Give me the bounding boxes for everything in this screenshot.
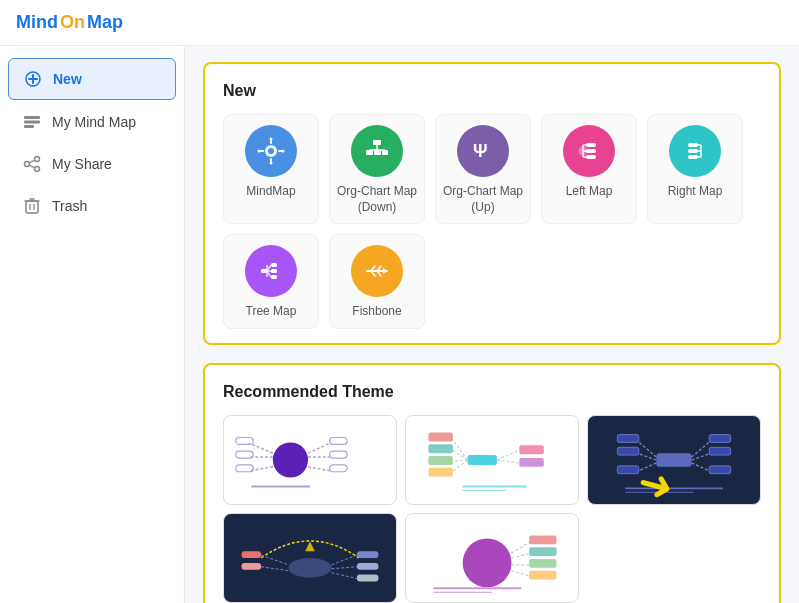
map-item-tree-map[interactable]: Tree Map [223,234,319,329]
svg-point-24 [270,162,273,165]
svg-marker-108 [305,541,315,551]
svg-rect-124 [529,547,556,556]
svg-rect-88 [519,445,543,454]
theme-item-1[interactable] [223,415,397,505]
svg-rect-26 [373,140,381,145]
svg-point-109 [288,558,331,578]
map-item-right-map[interactable]: Right Map [647,114,743,224]
svg-line-98 [637,463,657,472]
svg-rect-122 [529,535,556,544]
svg-point-7 [25,162,30,167]
svg-rect-4 [24,121,40,124]
theme-grid: ➜ [223,415,761,603]
map-item-mindmap[interactable]: MindMap [223,114,319,224]
org-chart-up-icon-circle: Ψ [457,125,509,177]
svg-rect-95 [617,434,639,442]
right-map-icon-circle [669,125,721,177]
svg-rect-105 [709,466,731,474]
fishbone-icon-circle [351,245,403,297]
svg-point-6 [35,157,40,162]
mindmap-label: MindMap [246,184,295,200]
svg-line-127 [512,570,532,576]
sidebar-item-trash-label: Trash [52,198,87,214]
svg-line-119 [332,572,357,578]
svg-rect-35 [586,143,596,147]
theme-section-title: Recommended Theme [223,383,761,401]
svg-rect-72 [330,437,348,444]
org-chart-up-label: Org-Chart Map (Up) [442,184,524,215]
sidebar-item-my-mind-map[interactable]: My Mind Map [8,102,176,142]
svg-rect-52 [271,269,277,273]
logo-on: On [60,12,85,33]
svg-rect-5 [24,125,34,128]
header: Mind On Map [0,0,799,46]
logo: Mind On Map [16,12,123,33]
sidebar-item-trash[interactable]: Trash [8,186,176,226]
theme-item-4[interactable] [223,513,397,603]
new-icon [23,69,43,89]
svg-line-81 [451,449,468,460]
svg-rect-128 [529,570,556,579]
org-chart-down-icon-circle [351,125,403,177]
svg-rect-111 [242,563,262,570]
svg-rect-70 [236,465,254,472]
new-section: New [203,62,781,345]
svg-rect-103 [709,447,731,455]
svg-rect-43 [688,143,698,147]
main-layout: New My Mind Map [0,46,799,603]
svg-rect-51 [271,263,277,267]
svg-line-83 [451,460,468,461]
svg-line-9 [29,160,35,163]
svg-line-96 [637,453,657,460]
new-section-title: New [223,82,761,100]
theme-item-5[interactable] [405,513,579,603]
svg-line-75 [308,467,330,471]
svg-line-79 [451,437,468,459]
svg-line-123 [512,553,532,558]
svg-line-102 [692,453,712,460]
svg-rect-74 [330,451,348,458]
trash-icon [22,196,42,216]
theme-item-2[interactable] [405,415,579,505]
mindmap-icon-circle [245,125,297,177]
map-item-org-chart-down[interactable]: Org-Chart Map(Down) [329,114,425,224]
svg-rect-66 [236,437,254,444]
right-map-label: Right Map [668,184,723,200]
sidebar-item-new-label: New [53,71,82,87]
svg-rect-86 [428,468,452,477]
theme-section: Recommended Theme [203,363,781,603]
svg-line-89 [497,460,519,463]
sidebar-item-my-share-label: My Share [52,156,112,172]
fishbone-label: Fishbone [352,304,401,320]
map-item-left-map[interactable]: Left Map [541,114,637,224]
svg-line-87 [497,450,519,460]
svg-rect-50 [261,269,267,273]
svg-point-8 [35,167,40,172]
logo-map: Map [87,12,123,33]
theme-item-3[interactable]: ➜ [587,415,761,505]
map-item-fishbone[interactable]: Fishbone [329,234,425,329]
svg-rect-37 [586,155,596,159]
svg-line-104 [692,463,712,472]
svg-line-71 [308,443,330,453]
svg-rect-93 [656,453,691,467]
svg-rect-101 [709,434,731,442]
svg-rect-112 [357,551,379,558]
svg-point-17 [268,148,274,154]
svg-rect-80 [428,432,452,441]
svg-rect-113 [357,563,379,570]
sidebar-item-my-mind-map-label: My Mind Map [52,114,136,130]
tree-map-label: Tree Map [246,304,297,320]
left-map-icon-circle [563,125,615,177]
left-map-label: Left Map [566,184,613,200]
svg-text:Ψ: Ψ [473,141,488,161]
svg-rect-44 [688,149,698,153]
sidebar-item-new[interactable]: New [8,58,176,100]
svg-rect-82 [428,444,452,453]
svg-point-22 [270,138,273,141]
svg-line-118 [332,567,357,569]
map-item-org-chart-up[interactable]: Ψ Org-Chart Map (Up) [435,114,531,224]
sidebar-item-my-share[interactable]: My Share [8,144,176,184]
svg-rect-126 [529,559,556,568]
svg-rect-78 [468,455,497,465]
